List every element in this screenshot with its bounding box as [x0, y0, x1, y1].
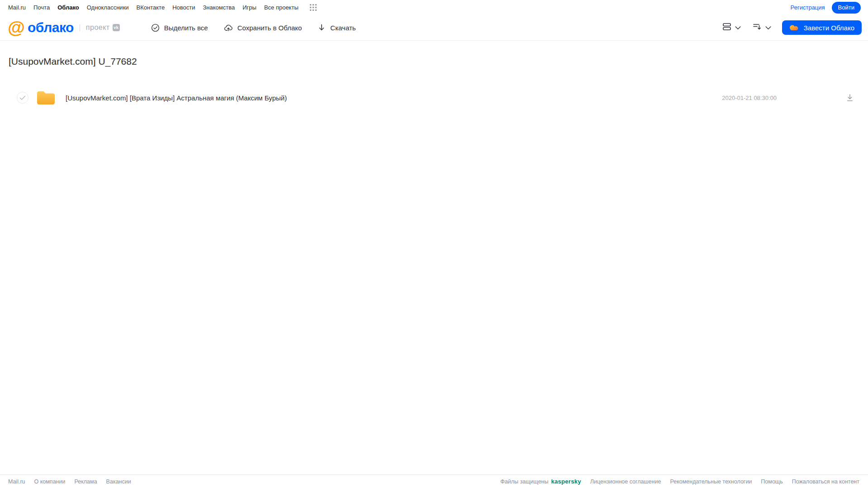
- footer-left-links: Mail.ru О компании Реклама Вакансии: [8, 479, 131, 485]
- select-all-label: Выделить все: [164, 24, 208, 32]
- kaspersky-protection: Файлы защищены kaspersky: [500, 478, 581, 485]
- protected-label: Файлы защищены: [500, 479, 548, 485]
- nav-item-pochta[interactable]: Почта: [33, 4, 50, 11]
- portal-nav: Mail.ru Почта Облако Одноклассники ВКонт…: [0, 0, 868, 15]
- vk-logo-icon: vk: [113, 24, 120, 31]
- cloud-icon: [789, 23, 800, 32]
- folder-icon[interactable]: [36, 90, 56, 105]
- footer-link-report-content[interactable]: Пожаловаться на контент: [792, 479, 859, 485]
- auth-area: Регистрация Войти: [791, 2, 861, 14]
- registration-link[interactable]: Регистрация: [791, 4, 825, 11]
- view-mode-dropdown[interactable]: [721, 21, 741, 34]
- footer-link-help[interactable]: Помощь: [761, 479, 783, 485]
- sort-icon: [752, 21, 763, 34]
- footer-link-license[interactable]: Лицензионное соглашение: [590, 479, 661, 485]
- check-icon: [19, 95, 26, 100]
- mailru-at-icon: @: [8, 19, 25, 36]
- footer-link-mailru[interactable]: Mail.ru: [8, 479, 25, 485]
- nav-item-znakomstva[interactable]: Знакомства: [203, 4, 235, 11]
- footer-right-links: Файлы защищены kaspersky Лицензионное со…: [500, 478, 859, 485]
- sort-dropdown[interactable]: [752, 21, 771, 34]
- nav-item-novosti[interactable]: Новости: [172, 4, 195, 11]
- chevron-down-icon: [765, 24, 771, 32]
- footer-link-jobs[interactable]: Вакансии: [106, 479, 131, 485]
- view-controls: Завести Облако: [721, 20, 862, 35]
- project-vk-label: проект vk: [86, 24, 120, 32]
- page-title: [UsupovMarket.com] U_77682: [9, 56, 868, 67]
- nav-item-igry[interactable]: Игры: [242, 4, 256, 11]
- cloud-upload-icon: [223, 23, 233, 33]
- save-to-cloud-label: Сохранить в Облако: [237, 24, 302, 32]
- download-label: Скачать: [330, 24, 356, 32]
- file-name-link[interactable]: [UsupovMarket.com] [Врата Изиды] Астраль…: [66, 94, 287, 102]
- nav-item-vkontakte[interactable]: ВКонтакте: [137, 4, 165, 11]
- nav-item-mailru[interactable]: Mail.ru: [8, 4, 26, 11]
- apps-grid-icon[interactable]: [309, 4, 317, 11]
- footer-link-ads[interactable]: Реклама: [74, 479, 97, 485]
- project-label-text: проект: [86, 24, 110, 32]
- download-file-icon[interactable]: [845, 93, 854, 102]
- file-date: 2020-01-21 08:30:00: [722, 95, 777, 101]
- cloud-logo-text: облако: [28, 20, 74, 35]
- app-header: @ облако проект vk Выделить все: [0, 15, 868, 41]
- portal-nav-links: Mail.ru Почта Облако Одноклассники ВКонт…: [8, 4, 317, 11]
- main-content: [UsupovMarket.com] U_77682 [UsupovMarket…: [0, 56, 868, 108]
- login-button[interactable]: Войти: [832, 2, 861, 14]
- download-button[interactable]: Скачать: [317, 23, 356, 32]
- save-to-cloud-button[interactable]: Сохранить в Облако: [223, 23, 302, 33]
- chevron-down-icon: [735, 24, 741, 32]
- select-all-button[interactable]: Выделить все: [151, 23, 208, 33]
- get-cloud-label: Завести Облако: [804, 24, 854, 32]
- check-circle-icon: [151, 23, 160, 33]
- nav-item-vse-proekty[interactable]: Все проекты: [264, 4, 299, 11]
- file-row: [UsupovMarket.com] [Врата Изиды] Астраль…: [0, 88, 868, 108]
- nav-item-oblako[interactable]: Облако: [57, 4, 79, 11]
- get-cloud-button[interactable]: Завести Облако: [782, 20, 862, 35]
- footer: Mail.ru О компании Реклама Вакансии Файл…: [0, 474, 868, 488]
- footer-link-about[interactable]: О компании: [34, 479, 66, 485]
- row-checkbox[interactable]: [17, 92, 28, 104]
- view-list-icon: [721, 21, 732, 34]
- footer-link-recommendation-tech[interactable]: Рекомендательные технологии: [670, 479, 752, 485]
- download-arrow-icon: [317, 23, 326, 32]
- nav-item-odnoklassniki[interactable]: Одноклассники: [87, 4, 129, 11]
- kaspersky-logo[interactable]: kaspersky: [551, 478, 581, 485]
- file-toolbar: Выделить все Сохранить в Облако Скачать: [151, 23, 356, 33]
- logo-divider: [80, 24, 80, 31]
- cloud-logo[interactable]: @ облако проект vk: [8, 19, 120, 36]
